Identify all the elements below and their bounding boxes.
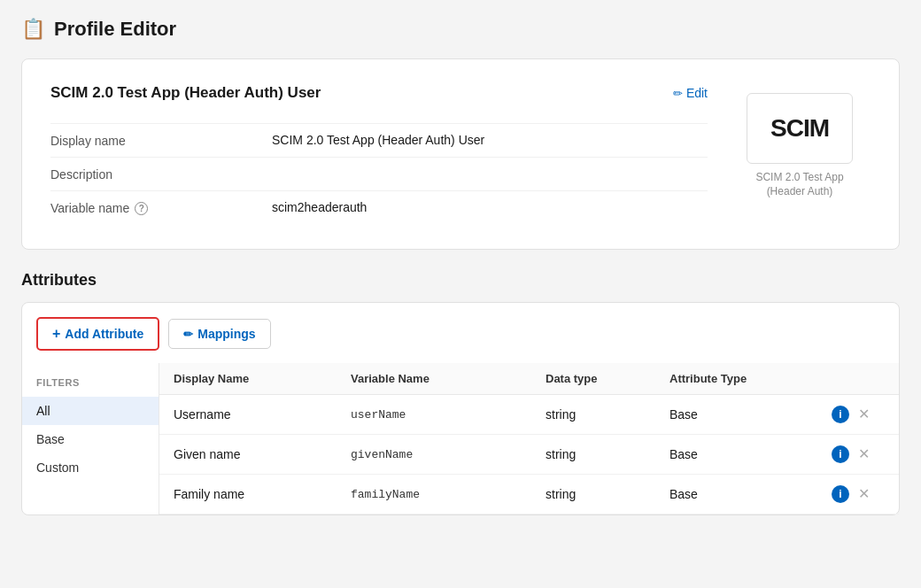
filter-base[interactable]: Base xyxy=(22,425,159,453)
card-main: SCIM 2.0 Test App (Header Auth) User ✏ E… xyxy=(50,84,708,224)
add-attribute-label: Add Attribute xyxy=(65,327,143,341)
remove-button[interactable]: ✕ xyxy=(858,487,870,501)
attributes-table: Display Name Variable Name Data type Att… xyxy=(159,363,899,514)
filters-column: FILTERS All Base Custom xyxy=(22,363,159,514)
cell-data-type: string xyxy=(546,487,669,501)
cell-data-type: string xyxy=(546,447,669,461)
pencil-icon: ✏ xyxy=(673,87,683,100)
col-display-name: Display Name xyxy=(174,372,351,385)
variable-name-help-icon[interactable]: ? xyxy=(135,202,148,215)
cell-display-name: Username xyxy=(174,407,351,422)
label-variable-name: Variable name ? xyxy=(50,200,272,215)
page-title-row: 📋 Profile Editor xyxy=(21,18,900,41)
table-row: Given name givenName string Base i ✕ xyxy=(159,435,899,475)
add-attribute-button[interactable]: + Add Attribute xyxy=(36,317,159,351)
field-description: Description xyxy=(50,157,708,190)
edit-label: Edit xyxy=(686,86,708,100)
cell-display-name: Family name xyxy=(174,487,351,501)
cell-variable-name: givenName xyxy=(351,448,546,461)
value-variable-name: scim2headerauth xyxy=(272,200,708,214)
field-variable-name: Variable name ? scim2headerauth xyxy=(50,190,708,224)
logo-box: SCIM xyxy=(747,93,853,164)
cell-attr-type: Base xyxy=(669,447,832,461)
col-data-type: Data type xyxy=(546,372,669,385)
attributes-section-title: Attributes xyxy=(21,271,900,290)
col-actions xyxy=(832,372,885,385)
mappings-label: Mappings xyxy=(197,327,255,341)
cell-data-type: string xyxy=(546,407,669,422)
filter-custom[interactable]: Custom xyxy=(22,453,159,482)
filter-all[interactable]: All xyxy=(22,397,159,425)
cell-attr-type: Base xyxy=(669,407,832,422)
plus-icon: + xyxy=(52,326,60,342)
cell-attr-type: Base xyxy=(669,487,832,501)
table-area: FILTERS All Base Custom Display Name Var… xyxy=(22,363,899,514)
logo-text: SCIM xyxy=(770,114,829,143)
remove-button[interactable]: ✕ xyxy=(858,407,870,422)
remove-button[interactable]: ✕ xyxy=(858,447,870,461)
table-row: Family name familyName string Base i ✕ xyxy=(159,475,899,514)
table-row: Username userName string Base i ✕ xyxy=(159,395,899,435)
mappings-button[interactable]: ✏ Mappings xyxy=(168,319,270,349)
field-display-name: Display name SCIM 2.0 Test App (Header A… xyxy=(50,123,708,157)
card-title: SCIM 2.0 Test App (Header Auth) User xyxy=(50,84,321,102)
cell-actions: i ✕ xyxy=(832,445,885,463)
page-title: Profile Editor xyxy=(54,18,176,41)
card-logo: SCIM SCIM 2.0 Test App(Header Auth) xyxy=(729,84,871,224)
cell-actions: i ✕ xyxy=(832,485,885,503)
toolbar: + Add Attribute ✏ Mappings xyxy=(22,303,899,351)
cell-display-name: Given name xyxy=(174,447,351,461)
filters-label: FILTERS xyxy=(22,372,159,397)
cell-variable-name: userName xyxy=(351,408,546,422)
edit-button[interactable]: ✏ Edit xyxy=(673,86,708,100)
value-display-name: SCIM 2.0 Test App (Header Auth) User xyxy=(272,133,708,147)
cell-variable-name: familyName xyxy=(351,488,546,501)
label-display-name: Display name xyxy=(50,133,272,148)
card-header: SCIM 2.0 Test App (Header Auth) User ✏ E… xyxy=(50,84,708,102)
attributes-section: + Add Attribute ✏ Mappings FILTERS All B… xyxy=(21,302,900,515)
page-icon: 📋 xyxy=(21,18,45,41)
info-button[interactable]: i xyxy=(832,485,849,503)
col-variable-name: Variable Name xyxy=(351,372,546,385)
col-attr-type: Attribute Type xyxy=(669,372,832,385)
profile-card: SCIM 2.0 Test App (Header Auth) User ✏ E… xyxy=(21,58,900,250)
table-header: Display Name Variable Name Data type Att… xyxy=(159,363,899,395)
label-description: Description xyxy=(50,166,272,182)
logo-caption: SCIM 2.0 Test App(Header Auth) xyxy=(755,171,843,198)
info-button[interactable]: i xyxy=(832,445,849,463)
page-container: 📋 Profile Editor SCIM 2.0 Test App (Head… xyxy=(0,0,921,588)
cell-actions: i ✕ xyxy=(832,406,885,423)
info-button[interactable]: i xyxy=(832,406,849,423)
mapping-icon: ✏ xyxy=(183,328,193,341)
